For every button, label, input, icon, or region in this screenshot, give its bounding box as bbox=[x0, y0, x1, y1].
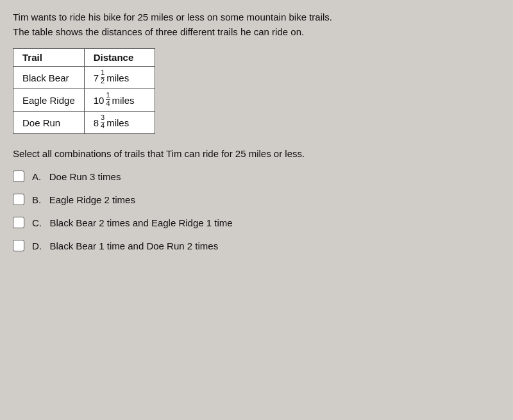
checkbox-d[interactable] bbox=[13, 240, 24, 251]
option-d-label: D. Black Bear 1 time and Doe Run 2 times bbox=[32, 240, 218, 251]
option-text: Eagle Ridge 2 times bbox=[49, 194, 135, 205]
whole-number: 10 bbox=[94, 95, 105, 106]
checkbox-a[interactable] bbox=[13, 171, 24, 182]
denominator: 2 bbox=[101, 78, 105, 85]
option-b-label: B. Eagle Ridge 2 times bbox=[32, 194, 135, 205]
table-row: Doe Run 8 3 4 miles bbox=[13, 112, 155, 134]
option-text: Black Bear 1 time and Doe Run 2 times bbox=[50, 240, 219, 251]
denominator: 4 bbox=[101, 122, 105, 130]
table-row: Black Bear 7 1 2 miles bbox=[13, 67, 155, 89]
fraction: 3 4 bbox=[101, 114, 105, 130]
option-b: B. Eagle Ridge 2 times bbox=[13, 194, 500, 205]
distance-eagle-ridge: 10 1 4 miles bbox=[84, 89, 155, 112]
trail-name-doe-run: Doe Run bbox=[13, 112, 85, 134]
option-c-label: C. Black Bear 2 times and Eagle Ridge 1 … bbox=[32, 217, 233, 228]
select-prompt: Select all combinations of trails that T… bbox=[13, 148, 500, 159]
trail-name-black-bear: Black Bear bbox=[13, 67, 85, 89]
option-text: Black Bear 2 times and Eagle Ridge 1 tim… bbox=[50, 217, 233, 228]
option-letter: A. bbox=[32, 171, 41, 182]
distance-black-bear: 7 1 2 miles bbox=[84, 67, 155, 89]
trail-table: Trail Distance Black Bear 7 1 2 miles bbox=[13, 48, 155, 134]
option-a: A. Doe Run 3 times bbox=[13, 171, 500, 182]
denominator: 4 bbox=[106, 100, 110, 107]
option-a-label: A. Doe Run 3 times bbox=[32, 171, 121, 182]
intro-line2: The table shows the distances of three d… bbox=[13, 25, 500, 40]
whole-number: 7 bbox=[94, 72, 99, 83]
table-row: Eagle Ridge 10 1 4 miles bbox=[13, 89, 155, 112]
col-header-distance: Distance bbox=[84, 49, 155, 67]
unit: miles bbox=[112, 95, 135, 106]
col-header-trail: Trail bbox=[13, 49, 85, 67]
trail-name-eagle-ridge: Eagle Ridge bbox=[13, 89, 85, 112]
option-letter: C. bbox=[32, 217, 42, 228]
option-d: D. Black Bear 1 time and Doe Run 2 times bbox=[13, 240, 500, 251]
unit: miles bbox=[106, 117, 129, 128]
option-letter: D. bbox=[32, 240, 42, 251]
intro-text: Tim wants to ride his bike for 25 miles … bbox=[13, 10, 500, 39]
unit: miles bbox=[106, 72, 129, 83]
options-list: A. Doe Run 3 times B. Eagle Ridge 2 time… bbox=[13, 171, 500, 251]
distance-doe-run: 8 3 4 miles bbox=[84, 112, 155, 134]
fraction: 1 2 bbox=[101, 69, 105, 85]
option-c: C. Black Bear 2 times and Eagle Ridge 1 … bbox=[13, 217, 500, 228]
option-text: Doe Run 3 times bbox=[49, 171, 121, 182]
whole-number: 8 bbox=[94, 117, 99, 128]
intro-line1: Tim wants to ride his bike for 25 miles … bbox=[13, 10, 500, 25]
checkbox-c[interactable] bbox=[13, 217, 24, 228]
fraction: 1 4 bbox=[106, 92, 110, 107]
page-container: Tim wants to ride his bike for 25 miles … bbox=[0, 0, 513, 420]
option-letter: B. bbox=[32, 194, 41, 205]
checkbox-b[interactable] bbox=[13, 194, 24, 205]
